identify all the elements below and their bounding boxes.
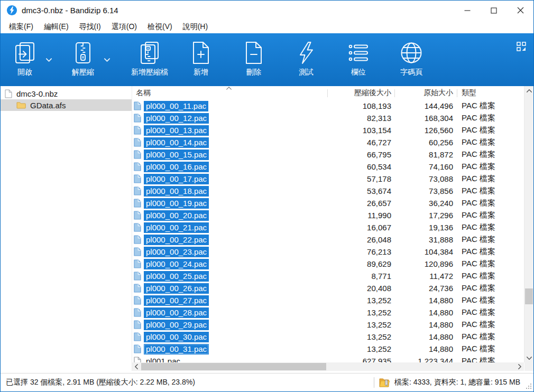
table-row[interactable]: pl000_00_18.pac53,67473,856PAC 檔案 xyxy=(132,185,524,197)
table-row[interactable]: pl001.pac627,9351,223,344PAC 檔案 xyxy=(132,355,524,362)
file-packed-size: 627,935 xyxy=(328,355,395,362)
file-packed-size: 103,154 xyxy=(328,124,395,136)
main-area: dmc3-0.nbzGData.afs 名稱壓縮後大小原始大小類型 pl000_… xyxy=(1,86,533,371)
table-row[interactable]: pl000_00_30.pac13,25214,880PAC 檔案 xyxy=(132,331,524,343)
table-row[interactable]: pl000_00_21.pac16,06719,136PAC 檔案 xyxy=(132,221,524,234)
file-type: PAC 檔案 xyxy=(457,235,524,245)
table-row[interactable]: pl000_00_19.pac26,65736,240PAC 檔案 xyxy=(132,197,524,209)
table-row[interactable]: pl000_00_31.pac13,25214,880PAC 檔案 xyxy=(132,343,524,355)
file-type: PAC 檔案 xyxy=(457,137,524,147)
file-icon xyxy=(134,126,141,135)
table-row[interactable]: pl000_00_23.pac76,213104,384PAC 檔案 xyxy=(132,246,524,258)
vertical-scrollbar[interactable] xyxy=(524,86,533,362)
menu-item-options[interactable]: 選項(O) xyxy=(106,20,142,33)
toolbar-dropdown-extract[interactable] xyxy=(100,58,114,62)
table-row[interactable]: pl000_00_14.pac46,72760,256PAC 檔案 xyxy=(132,136,524,148)
menu-item-view[interactable]: 檢視(V) xyxy=(142,20,178,33)
menu-item-help[interactable]: 說明(H) xyxy=(178,20,213,33)
sidebar-item-gdata-folder[interactable]: GData.afs xyxy=(1,99,132,111)
minimize-button[interactable] xyxy=(454,1,481,20)
file-name: pl000_00_16.pac xyxy=(144,162,209,172)
toolbar-button-open[interactable]: 開啟 xyxy=(8,33,42,77)
app-icon xyxy=(6,5,17,16)
table-row[interactable]: pl000_00_24.pac89,629120,896PAC 檔案 xyxy=(132,258,524,270)
file-type: PAC 檔案 xyxy=(457,320,524,330)
file-type: PAC 檔案 xyxy=(457,210,524,220)
table-row[interactable]: pl000_00_29.pac13,25214,880PAC 檔案 xyxy=(132,319,524,331)
horizontal-scroll-thumb[interactable] xyxy=(141,363,326,370)
file-packed-size: 66,795 xyxy=(328,148,395,161)
toolbar-button-test[interactable]: 測試 xyxy=(286,33,327,77)
table-row[interactable]: pl000_00_26.pac20,40824,736PAC 檔案 xyxy=(132,282,524,294)
resize-grip[interactable] xyxy=(525,383,532,390)
scroll-up-arrow[interactable] xyxy=(524,86,533,95)
menu-item-file[interactable]: 檔案(F) xyxy=(4,20,39,33)
file-type: PAC 檔案 xyxy=(457,101,524,111)
table-row[interactable]: pl000_00_28.pac13,25214,880PAC 檔案 xyxy=(132,306,524,319)
file-original-size: 168,304 xyxy=(395,112,457,124)
file-packed-size: 108,193 xyxy=(328,100,395,112)
toolbar-button-new-archive[interactable]: 新增壓縮檔 xyxy=(126,33,173,77)
table-row[interactable]: pl000_00_27.pac13,25214,880PAC 檔案 xyxy=(132,294,524,306)
scroll-right-arrow[interactable] xyxy=(515,362,524,371)
codepage-icon xyxy=(399,40,424,66)
file-name: pl000_00_27.pac xyxy=(144,295,209,306)
file-icon xyxy=(134,320,141,329)
sidebar-item-archive-root[interactable]: dmc3-0.nbz xyxy=(1,88,132,99)
table-row[interactable]: pl000_00_17.pac57,17873,088PAC 檔案 xyxy=(132,173,524,185)
toolbar-button-columns[interactable]: 欄位 xyxy=(338,33,379,77)
toolbar-button-add[interactable]: 新增 xyxy=(180,33,222,77)
toolbar-button-label: 開啟 xyxy=(17,68,32,77)
maximize-icon xyxy=(491,7,497,14)
titlebar: dmc3-0.nbz - Bandizip 6.14 xyxy=(1,1,533,20)
toolbar-dropdown-open[interactable] xyxy=(42,58,56,62)
horizontal-scrollbar[interactable] xyxy=(132,362,524,371)
file-packed-size: 13,252 xyxy=(328,306,395,319)
column-header-type[interactable]: 類型 xyxy=(457,86,524,100)
vertical-scroll-thumb[interactable] xyxy=(525,288,533,304)
toolbar-button-delete[interactable]: 刪除 xyxy=(233,33,274,77)
file-packed-size: 76,213 xyxy=(328,246,395,258)
file-type: PAC 檔案 xyxy=(457,271,524,281)
file-type: PAC 檔案 xyxy=(457,113,524,123)
file-original-size: 31,888 xyxy=(395,234,457,246)
archive-info: 檔案: 4333, 資料夾: 1, 總容量: 915 MB xyxy=(394,378,520,387)
toolbar: 開啟解壓縮新增壓縮檔新增刪除測試欄位字碼頁 xyxy=(1,33,533,86)
toolbar-button-codepage[interactable]: 字碼頁 xyxy=(390,33,432,77)
table-row[interactable]: pl000_00_13.pac103,154126,560PAC 檔案 xyxy=(132,124,524,136)
file-packed-size: 13,252 xyxy=(328,331,395,343)
scroll-left-arrow[interactable] xyxy=(132,362,141,371)
file-packed-size: 16,067 xyxy=(328,221,395,234)
file-original-size: 126,560 xyxy=(395,124,457,136)
menu-item-edit[interactable]: 編輯(E) xyxy=(39,20,74,33)
toolbar-layout-icon[interactable] xyxy=(516,41,527,52)
file-icon xyxy=(134,259,141,268)
table-row[interactable]: pl000_00_25.pac8,77111,472PAC 檔案 xyxy=(132,270,524,282)
selection-summary: 已選擇 32 個檔案, 2.91 MB (壓縮後大小: 2.22 MB, 23.… xyxy=(6,378,195,387)
scroll-down-arrow[interactable] xyxy=(524,353,533,362)
file-icon xyxy=(134,199,141,208)
toolbar-button-label: 欄位 xyxy=(351,68,366,77)
close-button[interactable] xyxy=(507,1,533,20)
table-row[interactable]: pl000_00_16.pac60,53474,160PAC 檔案 xyxy=(132,161,524,173)
file-name: pl000_00_12.pac xyxy=(144,113,209,124)
file-type: PAC 檔案 xyxy=(457,198,524,208)
file-name: pl000_00_11.pac xyxy=(144,101,208,111)
column-header-packed[interactable]: 壓縮後大小 xyxy=(328,86,395,100)
column-header-original[interactable]: 原始大小 xyxy=(395,86,457,100)
file-original-size: 14,880 xyxy=(395,294,457,306)
table-row[interactable]: pl000_00_12.pac82,313168,304PAC 檔案 xyxy=(132,112,524,124)
test-icon xyxy=(293,40,319,66)
toolbar-button-extract[interactable]: 解壓縮 xyxy=(66,33,100,77)
table-row[interactable]: pl000_00_15.pac66,79581,872PAC 檔案 xyxy=(132,148,524,161)
file-original-size: 14,880 xyxy=(395,343,457,355)
table-row[interactable]: pl000_00_11.pac108,193144,496PAC 檔案 xyxy=(132,100,524,112)
maximize-button[interactable] xyxy=(481,1,507,20)
table-row[interactable]: pl000_00_22.pac26,04831,888PAC 檔案 xyxy=(132,234,524,246)
file-packed-size: 13,252 xyxy=(328,294,395,306)
table-row[interactable]: pl000_00_20.pac11,99017,296PAC 檔案 xyxy=(132,209,524,221)
file-packed-size: 57,178 xyxy=(328,173,395,185)
file-original-size: 36,240 xyxy=(395,197,457,209)
file-icon xyxy=(134,272,141,281)
menu-item-find[interactable]: 尋找(I) xyxy=(74,20,106,33)
